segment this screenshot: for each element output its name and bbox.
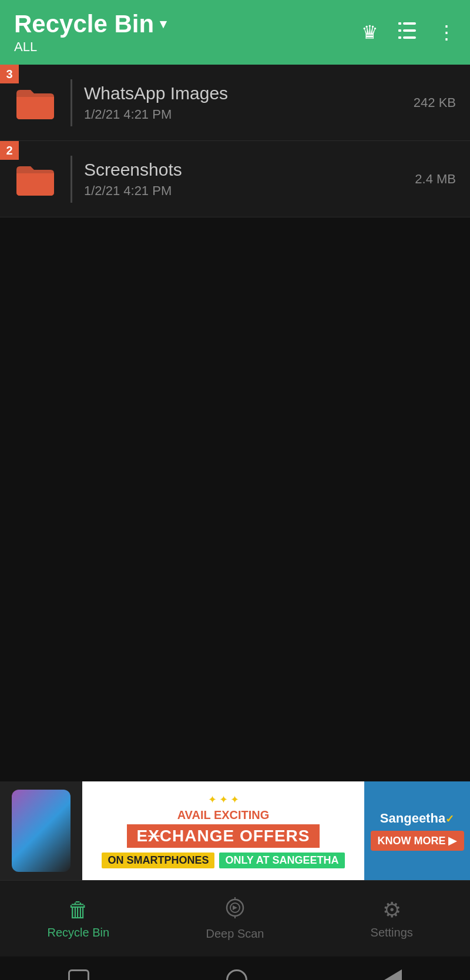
deep-scan-icon — [224, 897, 246, 924]
header-title-row: Recycle Bin ▾ — [14, 10, 361, 38]
ad-image-left — [0, 781, 82, 880]
bottom-navigation: 🗑 Recycle Bin Deep Scan ⚙ Settings — [0, 880, 470, 956]
back-button[interactable] — [384, 969, 402, 980]
svg-rect-4 — [398, 29, 401, 32]
nav-item-recycle-bin[interactable]: 🗑 Recycle Bin — [0, 898, 157, 939]
item-size: 242 KB — [414, 95, 470, 110]
crown-icon[interactable]: ♛ — [361, 21, 378, 43]
svg-marker-10 — [233, 905, 237, 910]
item-divider — [70, 79, 72, 126]
svg-rect-5 — [398, 36, 401, 39]
recent-apps-button[interactable] — [68, 969, 89, 980]
item-name: WhatsApp Images — [84, 83, 414, 103]
items-list: 3 WhatsApp Images 1/2/21 4:21 PM 242 KB … — [0, 65, 470, 217]
phone-image — [12, 790, 70, 872]
ad-cta-button[interactable]: KNOW MORE ▶ — [371, 831, 464, 851]
system-navigation — [0, 956, 470, 980]
item-divider — [70, 156, 72, 203]
ad-text-avail: AVAIL EXCITING — [177, 808, 270, 822]
list-view-icon[interactable] — [397, 21, 418, 44]
ad-center: ✦✦✦ AVAIL EXCITING EXCHANGE OFFERS ON SM… — [82, 781, 364, 880]
empty-area — [0, 217, 470, 781]
svg-rect-0 — [403, 22, 416, 25]
header-title-area: Recycle Bin ▾ ALL — [14, 10, 361, 55]
settings-icon: ⚙ — [382, 898, 401, 922]
ad-decoration: ✦✦✦ — [208, 793, 239, 806]
svg-rect-2 — [403, 36, 416, 39]
ad-right: Sangeetha✓ KNOW MORE ▶ — [364, 781, 470, 880]
home-button[interactable] — [226, 969, 247, 980]
nav-item-settings[interactable]: ⚙ Settings — [313, 898, 470, 939]
ad-bottom-row: ON SMARTPHONES ONLY AT SANGEETHA — [102, 853, 344, 868]
app-title: Recycle Bin — [14, 10, 154, 38]
svg-rect-3 — [398, 22, 401, 25]
dropdown-arrow-icon[interactable]: ▾ — [160, 16, 166, 32]
folder-icon — [14, 162, 56, 197]
nav-label-settings: Settings — [371, 926, 413, 939]
item-badge: 2 — [0, 141, 19, 160]
item-name: Screenshots — [84, 160, 415, 180]
item-icon-area — [0, 162, 70, 197]
header-subtitle: ALL — [14, 39, 361, 55]
app-header: Recycle Bin ▾ ALL ♛ ⋮ — [0, 0, 470, 65]
nav-item-deep-scan[interactable]: Deep Scan — [157, 897, 314, 941]
item-icon-area — [0, 85, 70, 120]
folder-icon — [14, 85, 56, 120]
list-item[interactable]: 3 WhatsApp Images 1/2/21 4:21 PM 242 KB — [0, 65, 470, 141]
nav-label-recycle-bin: Recycle Bin — [48, 926, 110, 939]
item-size: 2.4 MB — [415, 172, 470, 187]
item-date: 1/2/21 4:21 PM — [84, 107, 414, 122]
item-date: 1/2/21 4:21 PM — [84, 183, 415, 199]
ad-brand: Sangeetha✓ — [380, 811, 454, 826]
ad-exchange-text: EXCHANGE OFFERS — [127, 824, 319, 848]
recycle-bin-icon: 🗑 — [68, 898, 89, 922]
ad-banner[interactable]: ✦✦✦ AVAIL EXCITING EXCHANGE OFFERS ON SM… — [0, 781, 470, 880]
more-options-icon[interactable]: ⋮ — [437, 21, 456, 43]
ad-smartphones-label: ON SMARTPHONES — [102, 853, 214, 868]
item-content: Screenshots 1/2/21 4:21 PM — [84, 160, 415, 199]
nav-label-deep-scan: Deep Scan — [206, 927, 264, 941]
item-badge: 3 — [0, 65, 19, 83]
ad-only-label: ONLY AT SANGEETHA — [219, 853, 344, 868]
header-icons-area: ♛ ⋮ — [361, 21, 456, 44]
item-content: WhatsApp Images 1/2/21 4:21 PM — [84, 83, 414, 122]
list-item[interactable]: 2 Screenshots 1/2/21 4:21 PM 2.4 MB — [0, 141, 470, 217]
svg-rect-1 — [403, 29, 416, 32]
